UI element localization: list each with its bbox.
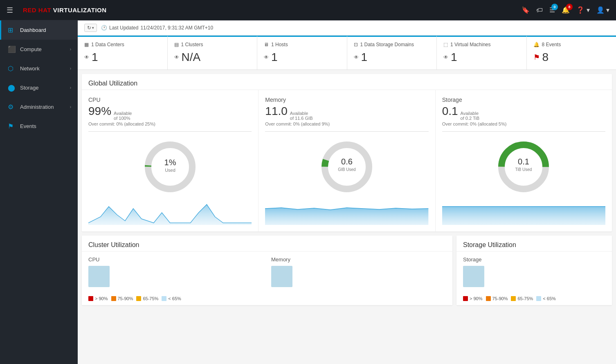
hamburger-menu[interactable]: ☰ <box>7 6 13 15</box>
clusters-count-row: 👁 N/A <box>174 51 251 64</box>
datacenters-count-row: 👁 1 <box>84 51 161 64</box>
sidebar-item-network[interactable]: ⬡ Network › <box>0 59 78 78</box>
clusters-icon: ▤ <box>174 42 179 47</box>
hosts-card[interactable]: 🖥 1 Hosts 👁 1 <box>257 36 347 70</box>
storage-divider <box>442 131 605 132</box>
datastorage-card[interactable]: ⊡ 1 Data Storage Domains 👁 1 <box>347 36 437 70</box>
memory-divider <box>265 131 428 132</box>
storage-utilization-title: Storage Utilization <box>456 236 612 252</box>
clusters-count: N/A <box>182 51 201 64</box>
cpu-available-sub: of 100% <box>114 116 132 121</box>
clock-icon: 🕐 <box>101 25 107 31</box>
datacenters-count: 1 <box>92 51 98 64</box>
hosts-eye-icon: 👁 <box>264 54 269 60</box>
memory-donut-chart: 0.6 GIB Used <box>318 138 375 195</box>
storage-available: 0.1 Available of 0.2 TiB <box>442 105 605 121</box>
storage-legend-label-red: > 90% <box>470 296 483 301</box>
datacenters-card[interactable]: ▦ 1 Data Centers 👁 1 <box>78 36 168 70</box>
svg-text:1%: 1% <box>164 158 176 167</box>
help-icon[interactable]: ❓ ▾ <box>576 6 589 14</box>
cluster-memory-col: Memory <box>271 256 446 287</box>
top-navigation: ☰ RED HAT VIRTUALIZATION 🔖 🏷 ☰ 0 🔔 8 ❓ ▾… <box>0 0 616 20</box>
cpu-available-num: 99% <box>88 105 111 118</box>
storage-legend-color-blue <box>536 296 541 301</box>
svg-text:0.1: 0.1 <box>518 157 529 166</box>
memory-available: 11.0 Available of 11.6 GIB <box>265 105 428 121</box>
events-card[interactable]: 🔔 8 Events ⚑ 8 <box>527 36 616 70</box>
sidebar-label-dashboard: Dashboard <box>20 27 71 33</box>
storage-util-column: Storage 0.1 Available of 0.2 TiB Over co… <box>436 90 612 231</box>
svg-text:GIB Used: GIB Used <box>338 167 355 172</box>
summary-cards: ▦ 1 Data Centers 👁 1 ▤ 1 Clusters 👁 N/A <box>78 36 616 70</box>
sidebar-label-admin: Administration <box>20 104 66 110</box>
refresh-icon: ↻ <box>87 25 91 31</box>
sidebar-item-administration[interactable]: ⚙ Administration › <box>0 97 78 117</box>
storage-arrow-icon: › <box>70 85 71 90</box>
clusters-title: ▤ 1 Clusters <box>174 42 203 47</box>
storage-available-label: Available <box>461 111 479 116</box>
legend-item-orange: 75-90% <box>111 296 133 301</box>
tags-icon[interactable]: 🏷 <box>536 7 543 14</box>
storage-legend-color-yellow <box>511 296 516 301</box>
brand: ☰ RED HAT VIRTUALIZATION <box>7 6 107 15</box>
notifications-icon[interactable]: 🔔 8 <box>562 6 570 14</box>
storage-util-sub-title: Storage <box>463 256 605 263</box>
cpu-sparkline <box>88 200 252 225</box>
sidebar-label-events: Events <box>20 123 71 129</box>
events-count-row: ⚑ 8 <box>533 51 610 64</box>
svg-marker-4 <box>88 204 252 225</box>
sidebar-label-network: Network <box>20 65 66 72</box>
memory-title: Memory <box>265 97 428 103</box>
global-util-grid: CPU 99% Available of 100% Over commit: 0… <box>82 90 612 231</box>
svg-text:TiB Used: TiB Used <box>515 167 532 172</box>
hosts-count: 1 <box>271 51 278 64</box>
svg-marker-9 <box>265 208 428 225</box>
storage-legend-label-yellow: 65-75% <box>517 296 533 301</box>
legend-item-yellow: 65-75% <box>136 296 158 301</box>
storage-overcommit: Over commit: 0% (allocated 5%) <box>442 121 605 126</box>
global-utilization-panel: Global Utilization CPU 99% Available of … <box>82 74 612 231</box>
datastorage-title: ⊡ 1 Data Storage Domains <box>354 42 414 47</box>
refresh-dropdown-icon: ▾ <box>92 26 94 30</box>
sidebar-item-dashboard[interactable]: ⊞ Dashboard <box>0 20 78 40</box>
vms-card[interactable]: ⬚ 1 Virtual Machines 👁 1 <box>437 36 527 70</box>
sidebar-item-storage[interactable]: ⬤ Storage › <box>0 78 78 97</box>
clusters-card[interactable]: ▤ 1 Clusters 👁 N/A <box>168 36 258 70</box>
tasks-icon[interactable]: ☰ 0 <box>549 6 555 14</box>
events-icon: ⚑ <box>8 122 16 130</box>
datastorage-count: 1 <box>361 51 368 64</box>
user-icon[interactable]: 👤 ▾ <box>596 6 609 14</box>
storage-legend-label-orange: 75-90% <box>492 296 508 301</box>
datastorage-icon: ⊡ <box>354 42 358 47</box>
storage-title: Storage <box>442 97 605 103</box>
main-layout: ⊞ Dashboard ⬛ Compute › ⬡ Network › ⬤ St… <box>0 20 616 364</box>
vms-count-row: 👁 1 <box>443 51 520 64</box>
storage-icon: ⬤ <box>8 84 16 92</box>
notifications-badge: 8 <box>566 4 573 10</box>
storage-utilization-panel: Storage Utilization Storage > 90% 75-90% <box>456 236 612 305</box>
hosts-title: 🖥 1 Hosts <box>264 42 288 47</box>
events-flag-icon: ⚑ <box>533 53 540 62</box>
network-icon: ⬡ <box>8 65 16 72</box>
svg-text:0.6: 0.6 <box>341 157 353 166</box>
sidebar-item-compute[interactable]: ⬛ Compute › <box>0 40 78 59</box>
storage-legend-item-yellow: 65-75% <box>511 296 533 301</box>
cluster-memory-title: Memory <box>271 256 446 263</box>
storage-legend-item-red: > 90% <box>463 296 483 301</box>
storage-legend: > 90% 75-90% 65-75% < 65% <box>456 292 612 305</box>
memory-overcommit: Over commit: 0% (allocated 9%) <box>265 121 428 126</box>
cpu-donut-container: 1% Used <box>88 138 252 195</box>
refresh-button[interactable]: ↻ ▾ <box>84 24 97 32</box>
bookmark-icon[interactable]: 🔖 <box>522 6 530 14</box>
last-updated-label: Last Updated <box>109 25 138 31</box>
legend-item-blue: < 65% <box>162 296 181 301</box>
legend-label-lt65: < 65% <box>168 296 181 301</box>
storage-util-bar <box>463 266 484 287</box>
vms-title: ⬚ 1 Virtual Machines <box>443 42 491 47</box>
legend-label-red: > 90% <box>95 296 108 301</box>
storage-available-sub: of 0.2 TiB <box>461 116 479 121</box>
clusters-eye-icon: 👁 <box>174 54 179 60</box>
memory-available-num: 11.0 <box>265 105 288 118</box>
datastorage-eye-icon: 👁 <box>354 54 359 60</box>
sidebar-item-events[interactable]: ⚑ Events <box>0 117 78 136</box>
